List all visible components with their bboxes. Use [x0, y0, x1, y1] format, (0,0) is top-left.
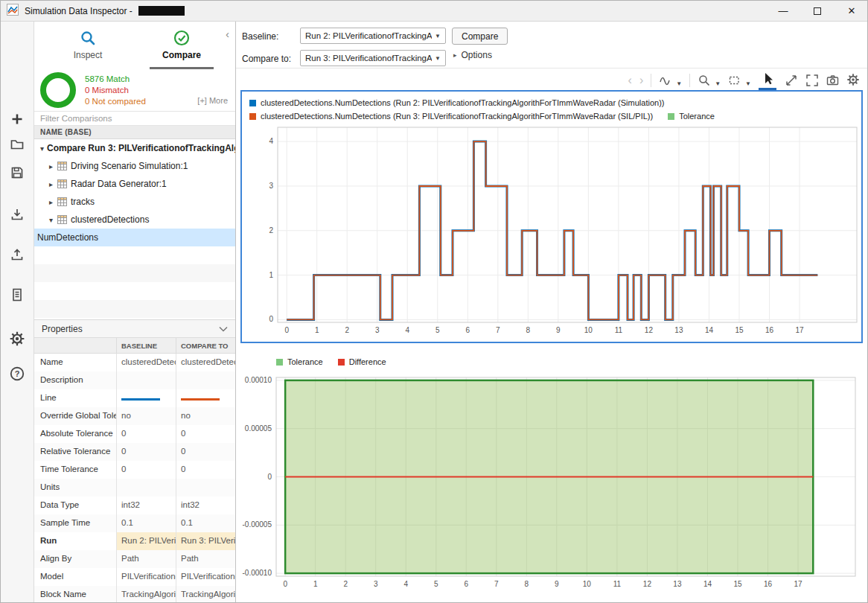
- svg-text:1: 1: [315, 326, 319, 334]
- tree-row[interactable]: ▾Compare Run 3: PILVerificationofTrackin…: [34, 139, 235, 157]
- property-row[interactable]: RunRun 2: PILVerifRun 3: PILVerif: [34, 532, 235, 550]
- add-button[interactable]: [1, 109, 33, 129]
- not-compared-count: 0 Not compared: [85, 96, 146, 107]
- compare-to-dropdown[interactable]: Run 3: PILVerificationofTrackingAl ▼: [300, 50, 446, 66]
- plot-settings-button[interactable]: [846, 73, 860, 89]
- properties-header[interactable]: Properties: [34, 319, 235, 337]
- baseline-dropdown[interactable]: Run 2: PILVerificationofTrackingAl ▼: [300, 28, 446, 44]
- filter-input[interactable]: [34, 111, 235, 126]
- svg-text:16: 16: [764, 580, 773, 588]
- property-row[interactable]: Units: [34, 479, 235, 497]
- data-cursors-button[interactable]: ▼: [659, 74, 682, 87]
- difference-plot-canvas[interactable]: 012345678910111213141516170.000100.00005…: [240, 368, 863, 599]
- property-row[interactable]: Description: [34, 371, 235, 389]
- svg-text:1: 1: [313, 580, 318, 588]
- caret-down-icon: ▼: [676, 80, 682, 87]
- zoom-region-button[interactable]: ▼: [728, 74, 751, 87]
- tab-inspect-label: Inspect: [74, 50, 103, 60]
- property-baseline-value: [116, 389, 176, 407]
- tree-row[interactable]: NumDetections: [34, 229, 235, 246]
- toolbar-separator: [651, 74, 651, 87]
- property-row[interactable]: Data Typeint32int32: [34, 497, 235, 514]
- snapshot-button[interactable]: [826, 73, 839, 89]
- collapse-icon[interactable]: ▾: [46, 216, 56, 224]
- svg-text:7: 7: [496, 326, 500, 334]
- legend-label-tolerance: Tolerance: [679, 112, 715, 121]
- property-row[interactable]: NameclusteredDetecclusteredDetec: [34, 354, 235, 371]
- report-icon: [10, 287, 25, 302]
- close-button[interactable]: ✕: [835, 1, 868, 21]
- svg-text:-0.00010: -0.00010: [243, 569, 272, 577]
- tree-row[interactable]: ▸Driving Scenario Simulation:1: [34, 157, 235, 175]
- create-report-button[interactable]: [1, 285, 33, 304]
- mismatch-count: 0 Mismatch: [85, 85, 146, 96]
- svg-text:0: 0: [267, 473, 272, 481]
- svg-text:8: 8: [525, 580, 529, 588]
- svg-text:17: 17: [795, 326, 804, 334]
- property-label: Description: [34, 371, 116, 389]
- property-baseline-value: 0: [116, 443, 176, 461]
- property-row[interactable]: Absolute Tolerance00: [34, 425, 235, 443]
- maximize-button[interactable]: [800, 1, 835, 21]
- property-row[interactable]: Sample Time0.10.1: [34, 514, 235, 532]
- more-link[interactable]: [+] More: [197, 96, 228, 105]
- baseline-label: Baseline:: [242, 31, 278, 42]
- compare-button-label: Compare: [462, 31, 498, 42]
- svg-text:11: 11: [615, 326, 623, 334]
- legend-swatch-tolerance: [276, 359, 283, 366]
- property-row[interactable]: Relative Tolerance00: [34, 443, 235, 461]
- property-baseline-value: [116, 371, 176, 389]
- open-button[interactable]: [1, 135, 33, 154]
- property-row[interactable]: Block NameTrackingAlgoritTrackingAlgorit: [34, 586, 235, 603]
- signal-plot-canvas[interactable]: 0123456789101112131415161701234: [242, 123, 861, 343]
- chevron-down-icon: [219, 326, 228, 332]
- compare-button[interactable]: Compare: [452, 28, 508, 45]
- help-button[interactable]: ?: [1, 364, 33, 383]
- preferences-button[interactable]: [1, 329, 33, 348]
- collapse-icon[interactable]: ▾: [37, 144, 47, 153]
- expand-icon[interactable]: ▸: [46, 180, 56, 188]
- collapse-panel-icon[interactable]: ‹: [226, 28, 229, 40]
- tree-row[interactable]: ▸tracks: [34, 193, 235, 211]
- options-toggle[interactable]: ▸ Options: [453, 50, 492, 60]
- svg-text:9: 9: [555, 580, 559, 588]
- property-baseline-value: clusteredDetec: [116, 354, 176, 371]
- pointer-tool-button[interactable]: [759, 71, 776, 90]
- tree-row[interactable]: ▾clusteredDetections: [34, 211, 235, 229]
- maximize-plot-button[interactable]: [805, 73, 818, 89]
- tab-inspect[interactable]: Inspect: [56, 22, 120, 69]
- tree-row-label: Radar Data Generator:1: [71, 179, 167, 189]
- next-view-button[interactable]: ›: [639, 74, 643, 86]
- tab-compare[interactable]: Compare: [150, 22, 214, 69]
- pointer-icon: [761, 71, 774, 85]
- svg-text:15: 15: [733, 580, 742, 588]
- caret-down-icon: ▼: [435, 33, 441, 39]
- save-button[interactable]: [1, 163, 33, 182]
- property-row[interactable]: ModelPILVerificationoPILVerificationo: [34, 568, 235, 586]
- signal-subplot[interactable]: clusteredDetections.NumDetections (Run 2…: [240, 90, 863, 343]
- property-row[interactable]: Override Global Tolenono: [34, 407, 235, 425]
- properties-col-baseline: BASELINE: [116, 338, 176, 353]
- svg-text:7: 7: [494, 580, 499, 588]
- window-controls: — ✕: [766, 1, 868, 21]
- expand-icon[interactable]: ▸: [46, 162, 56, 170]
- window-title: Simulation Data Inspector -: [25, 6, 133, 16]
- expand-icon[interactable]: ▸: [46, 198, 56, 206]
- legend-label-baseline: clusteredDetections.NumDetections (Run 2…: [261, 98, 664, 107]
- tree-empty-area: [34, 246, 235, 319]
- fit-to-view-button[interactable]: [784, 73, 797, 89]
- property-row[interactable]: Line: [34, 389, 235, 407]
- magnifier-icon: [80, 30, 96, 46]
- previous-view-button[interactable]: ‹: [628, 74, 632, 86]
- zoom-box-icon: [728, 74, 741, 87]
- property-row[interactable]: Align ByPathPath: [34, 550, 235, 568]
- tree-row[interactable]: ▸Radar Data Generator:1: [34, 175, 235, 193]
- import-button[interactable]: [1, 205, 33, 224]
- zoom-button[interactable]: ▼: [698, 74, 721, 87]
- property-row[interactable]: Time Tolerance00: [34, 461, 235, 479]
- export-button[interactable]: [1, 245, 33, 264]
- baseline-dropdown-value: Run 2: PILVerificationofTrackingAl: [305, 31, 432, 40]
- difference-subplot[interactable]: Tolerance Difference 0123456789101112131…: [240, 351, 863, 601]
- minimize-button[interactable]: —: [766, 1, 800, 21]
- property-compare-value: 0: [176, 425, 235, 443]
